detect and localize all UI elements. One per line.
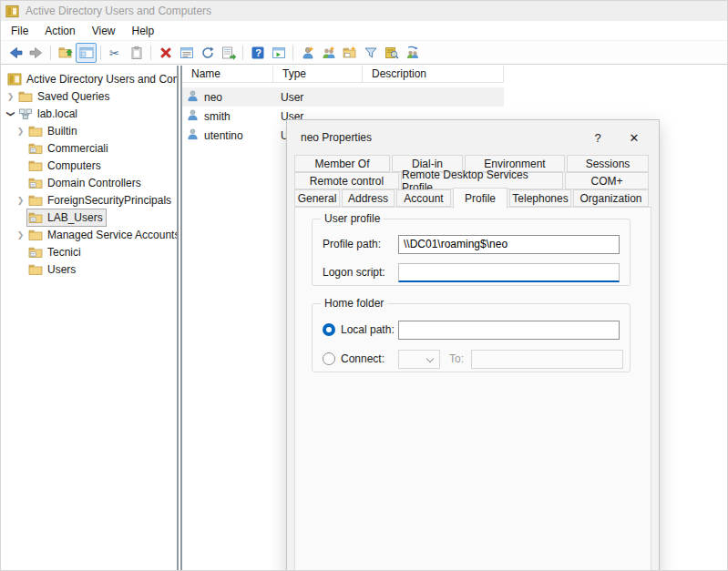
tree-item-tecnici[interactable]: Tecnici [1, 243, 177, 260]
new-user-button[interactable] [297, 43, 318, 63]
forward-arrow-button[interactable] [26, 43, 46, 63]
user-profile-legend: User profile [321, 212, 384, 225]
connect-to-input[interactable] [471, 350, 623, 369]
tree-item-computers[interactable]: Computers [1, 157, 177, 174]
folder-icon [18, 89, 33, 104]
delegate-button[interactable] [402, 43, 423, 63]
menu-view[interactable]: View [84, 22, 124, 40]
forward-arrow-icon [29, 46, 44, 60]
new-ou-icon [343, 46, 357, 60]
tree-item-label: Commerciali [47, 142, 108, 155]
dialog-title-bar: neo Properties ? ✕ [287, 120, 659, 155]
tab-telephones[interactable]: Telephones [509, 189, 571, 207]
tab-member-of[interactable]: Member Of [294, 155, 390, 172]
tree-node-inner: Saved Queries [16, 87, 113, 106]
list-header: NameTypeDescription [182, 66, 727, 83]
profile-path-input[interactable] [398, 235, 620, 254]
tree-item-lab-local[interactable]: ❯lab.local [1, 105, 177, 122]
cell-name: utentino [182, 127, 273, 144]
dialog-close-button[interactable]: ✕ [622, 131, 646, 145]
help-button[interactable]: ? [247, 43, 268, 63]
chevron-right-icon[interactable]: ❯ [15, 230, 26, 240]
tree-item-label: Active Directory Users and Computers [26, 73, 177, 86]
tree-item-label: Builtin [47, 125, 77, 138]
new-group-button[interactable] [318, 43, 339, 63]
menu-bar: FileActionViewHelp [1, 21, 727, 41]
column-header-type[interactable]: Type [273, 66, 363, 83]
refresh-button[interactable] [197, 43, 218, 63]
chevron-right-icon[interactable]: ❯ [5, 92, 16, 101]
delegate-icon [405, 46, 420, 60]
find-icon [385, 46, 399, 60]
tree-item-foreignsecurityprincipals[interactable]: ❯ForeignSecurityPrincipals [1, 191, 177, 209]
tab-strip: Member OfDial-inEnvironmentSessionsRemot… [294, 155, 651, 207]
tree-node-inner: Commerciali [26, 139, 112, 158]
window-title: Active Directory Users and Computers [26, 5, 211, 17]
tree-item-active-directory-users-and-computers[interactable]: Active Directory Users and Computers [1, 70, 177, 87]
local-path-input[interactable] [398, 321, 620, 340]
chevron-right-icon[interactable]: ❯ [15, 127, 26, 136]
tree-node-inner: Domain Controllers [26, 174, 145, 192]
logon-script-input[interactable] [398, 263, 620, 282]
console-window-icon [272, 46, 286, 60]
tab-com+[interactable]: COM+ [565, 172, 649, 189]
tab-sessions[interactable]: Sessions [567, 155, 649, 172]
profile-tab-page: User profile Profile path: Logon script:… [294, 207, 651, 571]
ou-folder-icon [28, 210, 43, 225]
properties-button[interactable] [176, 43, 197, 63]
console-window-button[interactable] [268, 43, 289, 63]
local-path-radio[interactable]: Local path: [323, 323, 398, 336]
menu-file[interactable]: File [3, 22, 36, 40]
profile-path-label: Profile path: [323, 238, 398, 250]
delete-icon [159, 46, 173, 60]
tree-node-inner: Tecnici [26, 243, 85, 261]
tab-address[interactable]: Address [342, 189, 395, 207]
tab-organization[interactable]: Organization [573, 189, 649, 207]
paste-button[interactable] [126, 43, 147, 63]
tab-remote-control[interactable]: Remote control [294, 172, 399, 189]
back-arrow-button[interactable] [5, 43, 26, 63]
tab-account[interactable]: Account [396, 189, 451, 207]
menu-help[interactable]: Help [124, 22, 163, 40]
item-name-label: utentino [204, 129, 243, 142]
home-folder-group: Home folder Local path: Connect: [312, 303, 631, 372]
folder-icon [28, 158, 43, 173]
column-header-name[interactable]: Name [182, 66, 273, 83]
back-arrow-icon [8, 46, 23, 60]
tree-item-users[interactable]: Users [1, 260, 177, 278]
new-ou-button[interactable] [339, 43, 360, 63]
tree-item-lab-users[interactable]: LAB_Users [1, 209, 177, 226]
cut-button[interactable]: ✂ [105, 43, 126, 63]
user-icon [186, 89, 204, 106]
delete-button[interactable] [155, 43, 176, 63]
dialog-help-button[interactable]: ? [586, 131, 610, 145]
list-item-neo[interactable]: neoUser [182, 87, 504, 107]
domain-icon [18, 107, 33, 121]
title-bar: Active Directory Users and Computers [1, 1, 727, 21]
home-folder-legend: Home folder [321, 297, 387, 310]
export-list-button[interactable] [218, 43, 239, 63]
tab-profile[interactable]: Profile [453, 188, 508, 209]
chevron-down-icon[interactable]: ❯ [6, 107, 15, 119]
tree-node-inner: ForeignSecurityPrincipals [26, 191, 175, 209]
find-button[interactable] [381, 43, 402, 63]
up-one-level-button[interactable] [55, 43, 76, 63]
tab-general[interactable]: General [294, 189, 340, 207]
menu-action[interactable]: Action [36, 22, 83, 40]
show-console-tree-button[interactable] [76, 43, 97, 63]
console-root-icon [7, 72, 22, 87]
filter-button[interactable] [360, 43, 381, 63]
column-header-description[interactable]: Description [363, 66, 504, 83]
tree-item-managed-service-accounts[interactable]: ❯Managed Service Accounts [1, 226, 177, 243]
chevron-right-icon[interactable]: ❯ [15, 196, 26, 205]
connect-radio[interactable]: Connect: [323, 352, 398, 365]
tree-item-label: Managed Service Accounts [47, 229, 177, 241]
tree-item-domain-controllers[interactable]: Domain Controllers [1, 174, 177, 191]
svg-text:?: ? [255, 47, 261, 58]
tree-node-inner: lab.local [16, 105, 81, 123]
tree-item-commerciali[interactable]: Commerciali [1, 139, 177, 157]
help-icon: ? [251, 46, 265, 60]
tree-item-saved-queries[interactable]: ❯Saved Queries [1, 87, 177, 105]
drive-letter-dropdown[interactable] [398, 350, 440, 369]
tree-item-builtin[interactable]: ❯Builtin [1, 122, 177, 139]
